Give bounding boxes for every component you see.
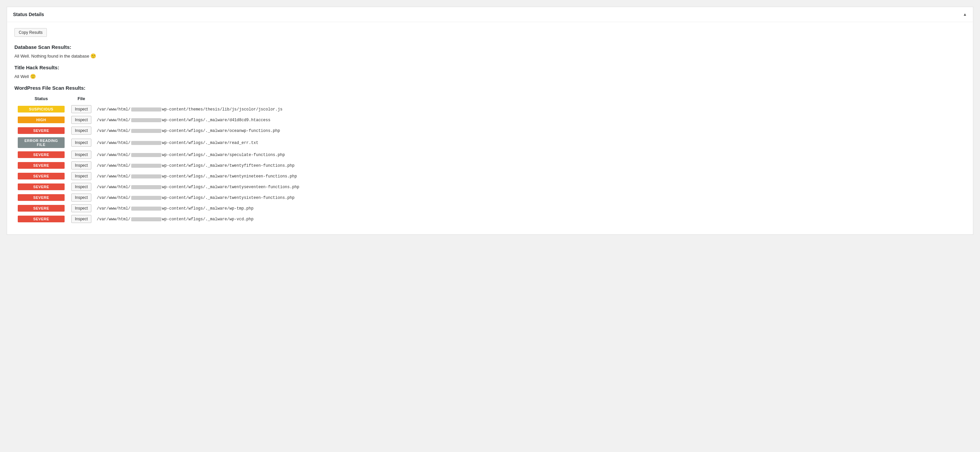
file-path-cell: /var/www/html/wp-content/wflogs/._malwar… [95, 136, 966, 149]
file-path-cell: /var/www/html/wp-content/wflogs/._malwar… [95, 125, 966, 136]
file-path-cell: /var/www/html/wp-content/wflogs/._malwar… [95, 115, 966, 125]
title-hack-title: Title Hack Results: [14, 65, 966, 70]
inspect-cell: Inspect [68, 213, 95, 224]
file-path-cell: /var/www/html/wp-content/wflogs/._malwar… [95, 203, 966, 213]
table-row: SEVEREInspect/var/www/html/wp-content/wf… [14, 160, 966, 171]
database-scan-emoji: 🙂 [91, 53, 96, 59]
inspect-button[interactable]: Inspect [71, 204, 92, 212]
file-path: /var/www/html/wp-content/wflogs/._malwar… [97, 163, 294, 168]
status-badge: SEVERE [18, 216, 65, 222]
table-header-row: Status File [14, 94, 966, 104]
file-path: /var/www/html/wp-content/wflogs/._malwar… [97, 118, 270, 123]
status-badge: SEVERE [18, 162, 65, 169]
file-path-cell: /var/www/html/wp-content/wflogs/._malwar… [95, 181, 966, 192]
inspect-button[interactable]: Inspect [71, 161, 92, 169]
table-row: SEVEREInspect/var/www/html/wp-content/wf… [14, 125, 966, 136]
inspect-cell: Inspect [68, 181, 95, 192]
inspect-button[interactable]: Inspect [71, 215, 92, 223]
file-path: /var/www/html/wp-content/wflogs/._malwar… [97, 196, 294, 200]
inspect-button[interactable]: Inspect [71, 194, 92, 202]
inspect-cell: Inspect [68, 192, 95, 203]
panel-title: Status Details [13, 12, 44, 17]
inspect-cell: Inspect [68, 125, 95, 136]
title-hack-message: All Well 🙂 [14, 74, 966, 79]
table-row: SEVEREInspect/var/www/html/wp-content/wf… [14, 149, 966, 160]
copy-results-button[interactable]: Copy Results [14, 28, 47, 37]
file-path-cell: /var/www/html/wp-content/themes/thesis/l… [95, 104, 966, 115]
file-path: /var/www/html/wp-content/wflogs/._malwar… [97, 217, 253, 222]
table-row: SUSPICIOUSInspect/var/www/html/wp-conten… [14, 104, 966, 115]
status-badge: SEVERE [18, 205, 65, 212]
file-path-cell: /var/www/html/wp-content/wflogs/._malwar… [95, 160, 966, 171]
status-badge: SUSPICIOUS [18, 106, 65, 113]
table-row: SEVEREInspect/var/www/html/wp-content/wf… [14, 181, 966, 192]
file-path-cell: /var/www/html/wp-content/wflogs/._malwar… [95, 213, 966, 224]
file-path-cell: /var/www/html/wp-content/wflogs/._malwar… [95, 171, 966, 181]
inspect-button[interactable]: Inspect [71, 138, 92, 146]
status-badge: SEVERE [18, 151, 65, 158]
scan-table-body: SUSPICIOUSInspect/var/www/html/wp-conten… [14, 104, 966, 224]
inspect-cell: Inspect [68, 171, 95, 181]
status-badge: SEVERE [18, 194, 65, 201]
file-path: /var/www/html/wp-content/wflogs/._malwar… [97, 174, 297, 179]
table-row: ERROR READING FILEInspect/var/www/html/w… [14, 136, 966, 149]
table-row: SEVEREInspect/var/www/html/wp-content/wf… [14, 203, 966, 213]
inspect-button[interactable]: Inspect [71, 151, 92, 159]
status-badge: SEVERE [18, 127, 65, 134]
inspect-button[interactable]: Inspect [71, 105, 92, 113]
status-badge: SEVERE [18, 183, 65, 190]
file-path: /var/www/html/wp-content/wflogs/._malwar… [97, 129, 280, 133]
database-scan-title: Database Scan Results: [14, 44, 966, 50]
status-cell: HIGH [14, 115, 68, 125]
status-cell: SEVERE [14, 203, 68, 213]
col-header-file [95, 94, 966, 104]
status-badge: SEVERE [18, 173, 65, 180]
status-cell: SEVERE [14, 213, 68, 224]
inspect-cell: Inspect [68, 203, 95, 213]
status-cell: SUSPICIOUS [14, 104, 68, 115]
file-path: /var/www/html/wp-content/themes/thesis/l… [97, 107, 283, 112]
status-cell: SEVERE [14, 171, 68, 181]
inspect-button[interactable]: Inspect [71, 183, 92, 191]
database-scan-message: All Well. Nothing found in the database … [14, 53, 966, 59]
file-path-cell: /var/www/html/wp-content/wflogs/._malwar… [95, 192, 966, 203]
collapse-icon[interactable]: ▲ [963, 12, 967, 17]
file-scan-table: Status File SUSPICIOUSInspect/var/www/ht… [14, 94, 966, 224]
panel-header: Status Details ▲ [7, 7, 973, 22]
panel-body: Copy Results Database Scan Results: All … [7, 22, 973, 234]
col-header-status: Status [14, 94, 68, 104]
inspect-button[interactable]: Inspect [71, 172, 92, 180]
file-path: /var/www/html/wp-content/wflogs/._malwar… [97, 141, 258, 145]
inspect-button[interactable]: Inspect [71, 116, 92, 124]
inspect-cell: Inspect [68, 149, 95, 160]
inspect-button[interactable]: Inspect [71, 127, 92, 135]
table-row: SEVEREInspect/var/www/html/wp-content/wf… [14, 213, 966, 224]
file-path: /var/www/html/wp-content/wflogs/._malwar… [97, 206, 253, 211]
file-path-cell: /var/www/html/wp-content/wflogs/._malwar… [95, 149, 966, 160]
table-row: HIGHInspect/var/www/html/wp-content/wflo… [14, 115, 966, 125]
status-cell: SEVERE [14, 125, 68, 136]
title-hack-emoji: 🙂 [30, 74, 36, 79]
status-cell: SEVERE [14, 192, 68, 203]
table-row: SEVEREInspect/var/www/html/wp-content/wf… [14, 171, 966, 181]
inspect-cell: Inspect [68, 115, 95, 125]
inspect-cell: Inspect [68, 160, 95, 171]
col-header-inspect: File [68, 94, 95, 104]
file-path: /var/www/html/wp-content/wflogs/._malwar… [97, 185, 299, 189]
table-row: SEVEREInspect/var/www/html/wp-content/wf… [14, 192, 966, 203]
status-cell: SEVERE [14, 160, 68, 171]
inspect-cell: Inspect [68, 104, 95, 115]
status-badge: HIGH [18, 116, 65, 123]
status-cell: SEVERE [14, 181, 68, 192]
status-details-panel: Status Details ▲ Copy Results Database S… [7, 7, 973, 235]
inspect-cell: Inspect [68, 136, 95, 149]
file-scan-title: WordPress File Scan Results: [14, 85, 966, 91]
status-cell: ERROR READING FILE [14, 136, 68, 149]
status-badge: ERROR READING FILE [18, 137, 65, 148]
status-cell: SEVERE [14, 149, 68, 160]
file-path: /var/www/html/wp-content/wflogs/._malwar… [97, 153, 285, 158]
